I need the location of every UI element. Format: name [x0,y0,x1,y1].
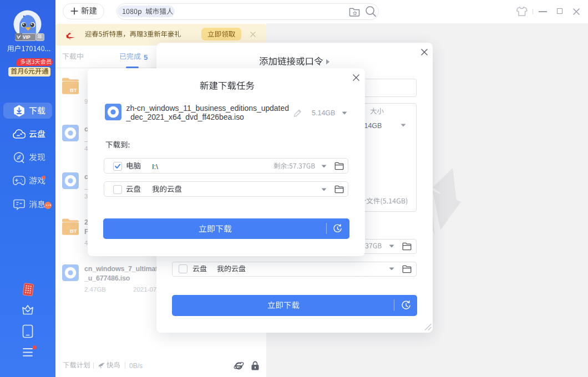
svg-text:BT: BT [70,228,77,234]
svg-text:BT: BT [70,87,77,93]
